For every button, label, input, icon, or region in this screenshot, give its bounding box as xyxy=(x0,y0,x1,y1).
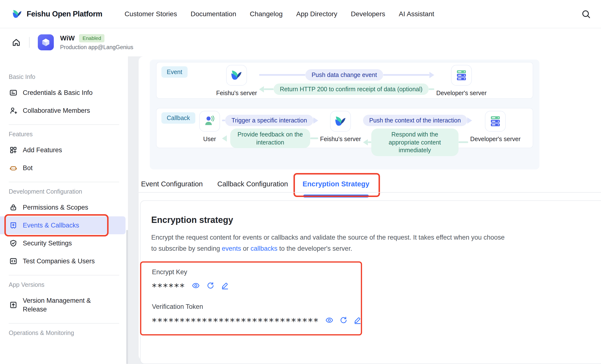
push-context-pill: Push the context of the interaction xyxy=(363,115,467,126)
tab-callback-configuration[interactable]: Callback Configuration xyxy=(216,180,289,188)
refresh-icon[interactable] xyxy=(206,281,214,290)
push-data-change-event-pill: Push data change event xyxy=(305,69,383,81)
active-tab-underline xyxy=(303,195,369,198)
sidebar-item-label: Add Features xyxy=(23,146,62,154)
arrow-right-icon xyxy=(430,72,434,78)
brand-name: Feishu Open Platform xyxy=(27,10,102,18)
feishu-logo-icon xyxy=(330,111,351,132)
encrypt-key-row: ****** xyxy=(152,280,350,291)
verification-token-row: ****************************** xyxy=(152,315,350,326)
bookmark-plus-icon xyxy=(9,221,18,230)
sidebar-divider xyxy=(9,323,119,324)
nav-app-directory[interactable]: App Directory xyxy=(296,10,337,18)
header-divider xyxy=(29,37,30,48)
sidebar-item-test-companies-users[interactable]: Test Companies & Users xyxy=(0,252,128,270)
feishu-logo-icon xyxy=(226,65,247,86)
tab-encryption-strategy[interactable]: Encryption Strategy xyxy=(302,180,371,188)
tabs-divider xyxy=(139,192,601,193)
return-http-200-pill: Return HTTP 200 to confirm receipt of da… xyxy=(274,84,429,95)
user-icon xyxy=(199,111,220,132)
arrow-line xyxy=(310,137,318,139)
sidebar-item-label: Collaborative Members xyxy=(23,107,90,115)
respond-content-pill: Respond with the appropriate content imm… xyxy=(371,128,459,156)
node-label: Feishu's server xyxy=(320,135,361,143)
verification-token-masked-value: ****************************** xyxy=(152,316,319,327)
arrow-left-icon xyxy=(222,135,227,142)
edit-icon[interactable] xyxy=(354,316,361,324)
sidebar-item-version-management-release[interactable]: Version Management & Release xyxy=(0,292,128,318)
app-cube-icon xyxy=(38,34,54,50)
sidebar-divider xyxy=(9,182,119,182)
nav-developers[interactable]: Developers xyxy=(351,10,385,18)
main-content-card: Event Feishu's server Push data ch xyxy=(139,56,601,360)
callback-badge: Callback xyxy=(161,112,195,124)
sidebar-item-label: Credentials & Basic Info xyxy=(23,89,93,96)
app-subtitle: Production app@LangGenius xyxy=(60,44,133,51)
sidebar-section-operations-monitoring: Operations & Monitoring xyxy=(9,329,119,336)
arrow-line xyxy=(368,141,371,143)
sidebar-item-collaborative-members[interactable]: Collaborative Members xyxy=(0,102,128,120)
callback-flow-card: Callback User Trigg xyxy=(156,108,533,148)
feishu-server-node: Feishu's server xyxy=(320,111,361,143)
events-link[interactable]: events xyxy=(222,245,241,252)
arrow-line xyxy=(264,88,274,90)
arrow-line xyxy=(383,74,430,76)
description-line-2: to subscribe by sending events or callba… xyxy=(151,245,352,252)
sidebar-divider xyxy=(9,275,119,275)
nav-changelog[interactable]: Changelog xyxy=(250,10,282,18)
sidebar-item-label: Bot xyxy=(23,164,33,172)
sidebar-item-credentials-basic-info[interactable]: Credentials & Basic Info xyxy=(0,84,128,102)
home-icon[interactable] xyxy=(12,38,21,47)
body-area: Basic Info Credentials & Basic Info Coll… xyxy=(0,56,601,364)
event-flow-card: Event Feishu's server Push data ch xyxy=(156,62,533,99)
nav-documentation[interactable]: Documentation xyxy=(190,10,236,18)
nav-ai-assistant[interactable]: AI Assistant xyxy=(399,10,434,18)
sidebar-item-label: Test Companies & Users xyxy=(23,258,95,265)
search-icon[interactable] xyxy=(581,9,591,19)
description-line-1: Encrypt the request content for events o… xyxy=(151,234,505,241)
arrow-line xyxy=(429,88,434,90)
nav-customer-stories[interactable]: Customer Stories xyxy=(125,10,177,18)
sidebar-item-permissions-scopes[interactable]: Permissions & Scopes xyxy=(0,199,128,216)
top-nav-items: Customer Stories Documentation Changelog… xyxy=(125,10,434,18)
callbacks-link[interactable]: callbacks xyxy=(250,245,278,252)
id-card-icon xyxy=(9,89,18,97)
shield-check-icon xyxy=(9,239,18,247)
verification-token-label: Verification Token xyxy=(152,303,350,310)
sidebar-item-label: Permissions & Scopes xyxy=(23,204,88,211)
person-plus-icon xyxy=(9,106,18,115)
app-name: WiW xyxy=(60,34,75,42)
tab-label: Encryption Strategy xyxy=(303,180,370,188)
sidebar-item-label: Version Management & Release xyxy=(23,296,105,314)
sidebar-scrollbar[interactable] xyxy=(126,230,128,364)
sidebar-item-events-callbacks[interactable]: Events & Callbacks xyxy=(0,216,126,234)
app-meta: WiW Enabled Production app@LangGenius xyxy=(60,34,133,51)
sidebar-item-bot[interactable]: Bot xyxy=(0,159,128,177)
node-label: User xyxy=(203,135,216,143)
tab-event-configuration[interactable]: Event Configuration xyxy=(140,180,204,188)
trigger-interaction-pill: Trigger a specific interaction xyxy=(225,115,313,126)
sidebar-item-label: Events & Callbacks xyxy=(23,222,79,229)
feishu-server-node: Feishu's server xyxy=(216,65,257,96)
sidebar-section-app-versions: App Versions xyxy=(9,281,119,288)
arrow-line xyxy=(459,141,469,143)
server-icon xyxy=(451,65,472,86)
annotation-box-fields: Encrypt Key ****** xyxy=(140,261,362,335)
eye-icon[interactable] xyxy=(325,316,333,324)
refresh-icon[interactable] xyxy=(340,316,347,324)
developer-server-node: Developer's server xyxy=(436,65,487,96)
arrow-right-icon xyxy=(313,117,318,124)
brand[interactable]: Feishu Open Platform xyxy=(12,9,102,19)
section-title: Encryption strategy xyxy=(151,215,601,225)
sidebar-item-security-settings[interactable]: Security Settings xyxy=(0,234,128,252)
grid-plus-icon xyxy=(9,146,18,154)
events-callbacks-diagram: Event Feishu's server Push data ch xyxy=(150,59,540,169)
user-node: User xyxy=(199,111,220,143)
top-navigation-bar: Feishu Open Platform Customer Stories Do… xyxy=(0,0,601,28)
eye-icon[interactable] xyxy=(192,281,200,290)
sidebar-divider xyxy=(9,125,119,125)
sidebar: Basic Info Credentials & Basic Info Coll… xyxy=(0,56,129,364)
sidebar-item-add-features[interactable]: Add Features xyxy=(0,141,128,159)
arrow-left-icon xyxy=(259,86,264,92)
edit-icon[interactable] xyxy=(221,281,229,290)
